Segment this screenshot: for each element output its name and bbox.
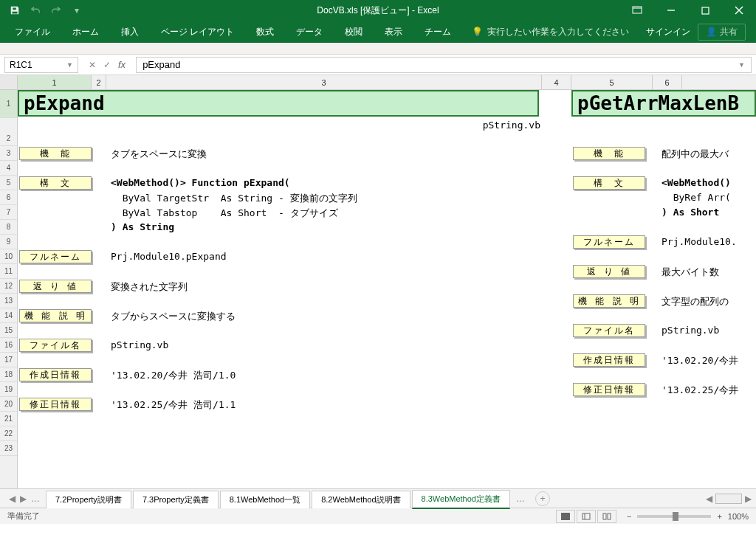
zoom-thumb[interactable] <box>673 512 678 521</box>
view-normal-icon[interactable] <box>556 510 575 523</box>
redo-icon[interactable] <box>49 3 63 18</box>
name-box[interactable]: R1C1▼ <box>4 57 78 73</box>
col-header-1[interactable]: 1 <box>18 75 92 89</box>
col-header-2[interactable]: 2 <box>92 75 106 89</box>
row-header[interactable]: 11 <box>0 264 17 279</box>
signin-link[interactable]: サインイン <box>646 26 690 38</box>
tab-pagelayout[interactable]: ページ レイアウト <box>151 21 244 43</box>
scroll-right-icon[interactable]: ▶ <box>745 494 752 504</box>
expand-formula-icon[interactable]: ▼ <box>738 61 745 69</box>
sheet-tab-bar: ◀ ▶ … 7.2Property説明書 7.3Property定義書 8.1W… <box>0 488 756 508</box>
cell-rr3: 配列中の最大バ <box>662 148 729 161</box>
sheet-nav-more-icon[interactable]: … <box>31 494 40 504</box>
sheet-nav-next-icon[interactable]: ▶ <box>20 494 27 504</box>
fx-icon[interactable]: fx <box>118 59 126 70</box>
col-header-5[interactable]: 5 <box>571 75 653 89</box>
tab-insert[interactable]: 挿入 <box>111 21 149 43</box>
add-sheet-button[interactable]: + <box>535 491 550 506</box>
sheet-nav-more-right-icon[interactable]: … <box>512 494 529 504</box>
view-pagelayout-icon[interactable] <box>577 510 596 523</box>
row-header[interactable]: 3 <box>0 146 17 161</box>
status-text: 準備完了 <box>7 511 40 522</box>
ribbon-options-icon[interactable] <box>620 0 654 21</box>
tab-home[interactable]: ホーム <box>62 21 109 43</box>
row-header[interactable]: 18 <box>0 367 17 382</box>
zoom-level[interactable]: 100% <box>728 512 749 521</box>
qat-dropdown-icon[interactable]: ▾ <box>69 3 84 18</box>
zoom-out-button[interactable]: − <box>627 512 631 521</box>
minimize-icon[interactable] <box>654 0 688 21</box>
row-header[interactable]: 23 <box>0 441 17 456</box>
ribbon-tabs: ファイル ホーム 挿入 ページ レイアウト 数式 データ 校閲 表示 チーム 💡… <box>0 21 756 43</box>
cells-canvas[interactable]: pExpand pString.vb 機 能 タブをスペースに変換 構 文 <W… <box>18 90 756 488</box>
row-header[interactable]: 6 <box>0 190 17 205</box>
enter-icon[interactable]: ✓ <box>103 60 111 70</box>
sheet-tab[interactable]: 8.1WebMethod一覧 <box>220 491 310 508</box>
row-header[interactable]: 12 <box>0 279 17 294</box>
row-header[interactable]: 21 <box>0 412 17 426</box>
col-header-6[interactable]: 6 <box>653 75 682 89</box>
row-header[interactable]: 1 <box>0 90 17 118</box>
cancel-icon[interactable]: ✕ <box>89 60 96 70</box>
row-header[interactable]: 19 <box>0 382 17 397</box>
zoom-in-button[interactable]: + <box>717 512 721 521</box>
spreadsheet-grid[interactable]: 1 2 3 4 5 6 1 2 3 4 5 6 7 8 9 10 11 12 1… <box>0 75 756 488</box>
label-filename: ファイル名 <box>19 339 92 352</box>
col-header-3[interactable]: 3 <box>106 75 542 89</box>
row-header[interactable]: 10 <box>0 249 17 264</box>
formula-icons: ✕ ✓ fx <box>83 59 131 70</box>
scroll-thumb[interactable] <box>715 494 742 504</box>
sheet-tab-active[interactable]: 8.3WebMethod定義書 <box>412 490 510 509</box>
row-header[interactable]: 15 <box>0 323 17 338</box>
row-header[interactable]: 20 <box>0 397 17 412</box>
sheet-tab[interactable]: 8.2WebMethod説明書 <box>312 491 410 508</box>
cell-r10: Prj.Module10.pExpand <box>111 251 227 262</box>
select-all-corner[interactable] <box>0 75 18 89</box>
row-header[interactable]: 4 <box>0 161 17 176</box>
chevron-down-icon: ▼ <box>66 61 73 69</box>
col-header-4[interactable]: 4 <box>542 75 571 89</box>
formula-input[interactable]: pExpand▼ <box>136 57 752 73</box>
cell-title-left[interactable]: pExpand <box>18 90 539 117</box>
share-label: 共有 <box>720 26 738 38</box>
tab-file[interactable]: ファイル <box>4 21 61 43</box>
cell-rr17: '13.02.20/今井 <box>662 354 738 367</box>
tab-data[interactable]: データ <box>286 21 333 43</box>
close-icon[interactable] <box>722 0 756 21</box>
name-box-value: R1C1 <box>10 60 32 70</box>
share-button[interactable]: 👤共有 <box>698 24 746 41</box>
label-return: 返 り 値 <box>19 280 92 293</box>
sheet-tab[interactable]: 7.2Property説明書 <box>46 491 131 508</box>
label-modified-r: 修正日情報 <box>573 383 645 396</box>
tab-view[interactable]: 表示 <box>374 21 413 43</box>
tab-team[interactable]: チーム <box>414 21 461 43</box>
tab-review[interactable]: 校閲 <box>334 21 373 43</box>
horizontal-scroll[interactable]: ◀ ▶ <box>706 494 752 504</box>
sheet-tab[interactable]: 7.3Property定義書 <box>133 491 219 508</box>
row-header[interactable]: 14 <box>0 308 17 323</box>
row-header[interactable]: 5 <box>0 176 17 190</box>
save-icon[interactable] <box>7 3 22 18</box>
cell-rr15: pString.vb <box>662 325 719 336</box>
row-header[interactable]: 16 <box>0 338 17 353</box>
maximize-icon[interactable] <box>688 0 722 21</box>
row-header[interactable]: 7 <box>0 205 17 220</box>
label-desc: 機 能 説 明 <box>19 309 92 322</box>
sheet-nav-prev-icon[interactable]: ◀ <box>9 494 16 504</box>
row-header[interactable]: 9 <box>0 235 17 249</box>
scroll-left-icon[interactable]: ◀ <box>706 494 712 504</box>
tell-me[interactable]: 💡実行したい作業を入力してください <box>472 26 629 38</box>
bulb-icon: 💡 <box>472 27 483 37</box>
cell-r18: '13.02.20/今井 浩司/1.0 <box>111 369 236 382</box>
row-header[interactable]: 17 <box>0 353 17 367</box>
tab-formulas[interactable]: 数式 <box>246 21 284 43</box>
undo-icon[interactable] <box>28 3 43 18</box>
cell-title-right[interactable]: pGetArrMaxLenB <box>571 90 756 117</box>
view-pagebreak-icon[interactable] <box>597 510 616 523</box>
zoom-slider[interactable] <box>637 515 711 518</box>
row-header[interactable]: 13 <box>0 294 17 308</box>
row-header[interactable]: 22 <box>0 426 17 441</box>
row-header[interactable]: 8 <box>0 220 17 235</box>
person-icon: 👤 <box>706 27 717 37</box>
row-header[interactable]: 2 <box>0 118 17 146</box>
